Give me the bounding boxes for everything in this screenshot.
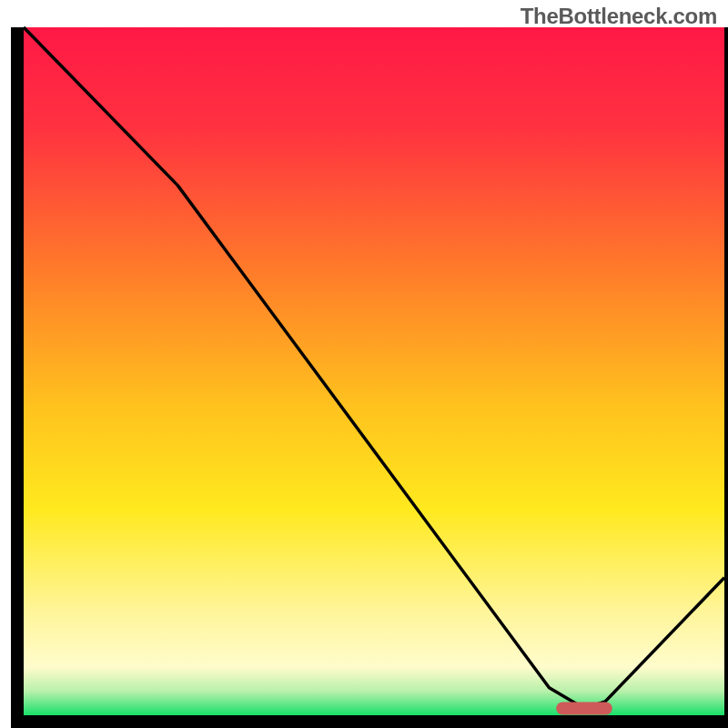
frame-right <box>724 27 728 728</box>
gradient-background <box>24 27 724 715</box>
frame-bottom <box>11 715 728 728</box>
bottleneck-chart <box>0 0 728 728</box>
chart-container: TheBottleneck.com <box>0 0 728 728</box>
watermark-text: TheBottleneck.com <box>521 4 717 29</box>
optimal-marker <box>556 702 612 714</box>
frame-left <box>11 27 24 728</box>
